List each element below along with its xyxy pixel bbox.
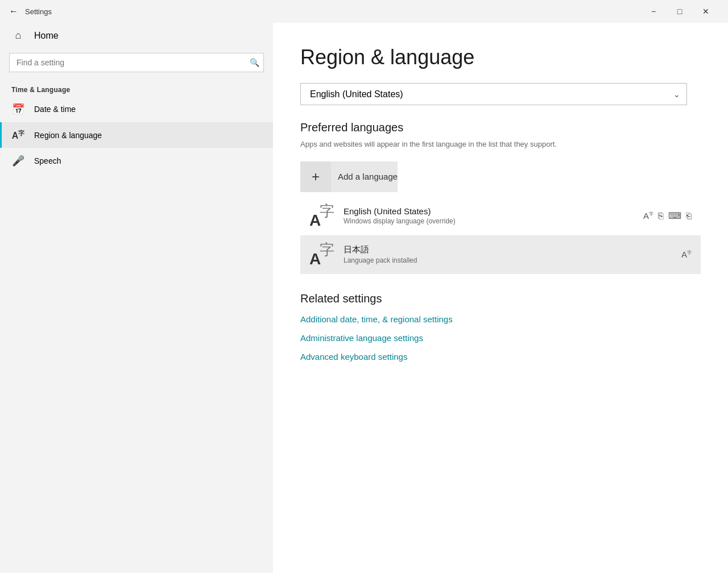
az-icon: A字 — [11, 129, 25, 141]
title-bar: ← Settings − □ ✕ — [0, 0, 728, 23]
sidebar: ⌂ Home 🔍 Time & Language 📅 Date & time A… — [0, 23, 273, 573]
japanese-lang-feature-icons: A字 — [681, 250, 692, 259]
mic-icon: 🎤 — [11, 155, 25, 167]
app-body: ⌂ Home 🔍 Time & Language 📅 Date & time A… — [0, 23, 728, 573]
sidebar-item-region-language[interactable]: A字 Region & language — [0, 122, 273, 148]
back-icon[interactable]: ← — [9, 6, 18, 16]
sidebar-region-language-label: Region & language — [34, 131, 102, 140]
sidebar-speech-label: Speech — [34, 156, 61, 165]
english-lang-feature-icons: A字 ⎘ ⌨ ⎗ — [643, 210, 692, 221]
sidebar-item-date-time[interactable]: 📅 Date & time — [0, 96, 273, 122]
display-icon: ⎘ — [658, 211, 664, 221]
country-dropdown[interactable]: English (United States) English (United … — [300, 83, 687, 105]
japanese-lang-pack-icon: A字 — [681, 250, 692, 259]
related-link-keyboard[interactable]: Advanced keyboard settings — [300, 352, 701, 362]
lang-pack-icon: A字 — [643, 211, 653, 221]
add-language-button[interactable]: + Add a language — [300, 161, 398, 192]
content-panel: Region & language English (United States… — [273, 23, 728, 573]
preferred-languages-section: Preferred languages Apps and websites wi… — [300, 121, 701, 274]
language-item-english[interactable]: 字 A English (United States) Windows disp… — [300, 197, 701, 235]
preferred-languages-title: Preferred languages — [300, 121, 701, 134]
sidebar-search-wrapper: 🔍 — [9, 53, 264, 72]
country-dropdown-wrapper[interactable]: English (United States) English (United … — [300, 83, 687, 105]
keyboard-icon: ⎗ — [686, 211, 692, 221]
plus-icon: + — [300, 161, 331, 192]
japanese-lang-sub: Language pack installed — [344, 256, 672, 264]
related-settings-title: Related settings — [300, 292, 701, 305]
english-lang-sub: Windows display language (override) — [344, 217, 634, 225]
add-language-label: Add a language — [338, 172, 398, 181]
home-icon: ⌂ — [11, 30, 25, 41]
related-link-date-time[interactable]: Additional date, time, & regional settin… — [300, 314, 701, 324]
calendar-icon: 📅 — [11, 103, 25, 115]
page-title: Region & language — [300, 45, 701, 69]
sidebar-home-label: Home — [34, 31, 59, 41]
close-button[interactable]: ✕ — [693, 2, 719, 20]
language-item-japanese[interactable]: 字 A 日本語 Language pack installed A字 — [300, 235, 701, 274]
sidebar-date-time-label: Date & time — [34, 105, 76, 114]
sidebar-item-speech[interactable]: 🎤 Speech — [0, 148, 273, 174]
english-lang-name: English (United States) — [344, 206, 634, 216]
japanese-lang-name: 日本語 — [344, 244, 672, 255]
japanese-lang-info: 日本語 Language pack installed — [344, 244, 672, 264]
japanese-lang-icon: 字 A — [309, 242, 334, 267]
english-lang-info: English (United States) Windows display … — [344, 206, 634, 225]
search-button[interactable]: 🔍 — [250, 58, 259, 67]
minimize-button[interactable]: − — [640, 2, 667, 20]
sidebar-item-home[interactable]: ⌂ Home — [0, 23, 273, 48]
english-lang-icon: 字 A — [309, 204, 334, 229]
search-input[interactable] — [9, 53, 264, 72]
maximize-button[interactable]: □ — [667, 2, 693, 20]
sidebar-section-label: Time & Language — [0, 81, 273, 96]
preferred-languages-desc: Apps and websites will appear in the fir… — [300, 139, 701, 150]
speech-icon: ⌨ — [668, 210, 681, 221]
related-link-admin-language[interactable]: Administrative language settings — [300, 333, 701, 343]
related-settings-section: Related settings Additional date, time, … — [300, 292, 701, 362]
window-title: Settings — [25, 7, 640, 16]
window-controls: − □ ✕ — [640, 2, 719, 20]
